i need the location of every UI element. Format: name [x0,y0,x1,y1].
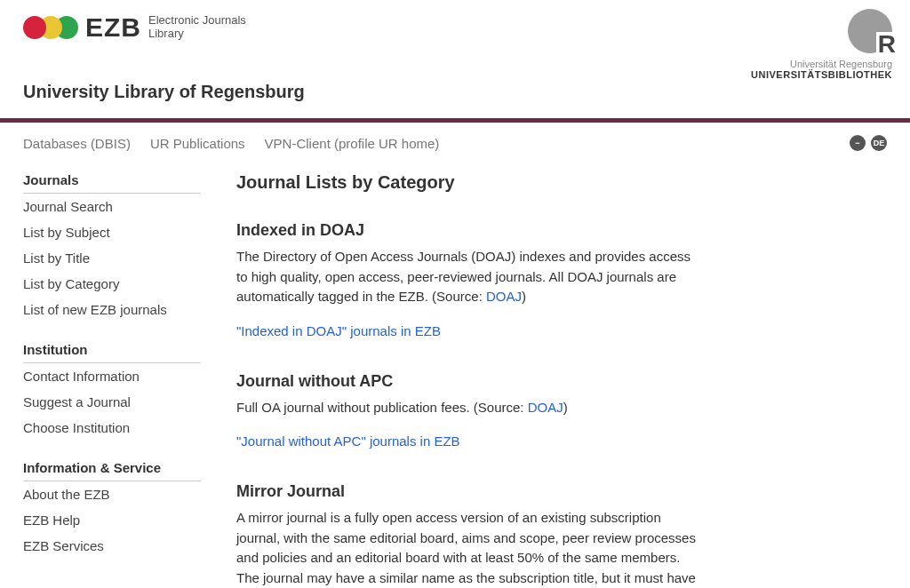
section-doaj-body-after: ) [522,289,526,304]
status-red-icon [23,16,46,39]
section-doaj: Indexed in DOAJ The Directory of Open Ac… [236,221,698,338]
ezb-sub-line1: Electronic Journals [148,14,246,28]
contrast-icon[interactable]: − [850,135,866,151]
top-nav: Databases (DBIS) UR Publications VPN-Cli… [0,123,910,163]
ezb-sub-line2: Library [148,28,246,41]
topnav-databases[interactable]: Databases (DBIS) [23,136,131,151]
sidebar-item-list-by-category[interactable]: List by Category [23,276,119,291]
section-doaj-source-link[interactable]: DOAJ [486,289,522,304]
sidebar-item-list-by-title[interactable]: List by Title [23,250,90,266]
section-apc-body-before: Full OA journal without publication fees… [236,400,528,415]
section-apc-source-link[interactable]: DOAJ [528,400,563,415]
section-apc-action-link[interactable]: "Journal without APC" journals in EZB [236,433,460,449]
topnav-right-icons: − DE [850,135,887,151]
traffic-light-logo [23,16,71,39]
ezb-logo-subtitle: Electronic Journals Library [148,14,246,41]
header: EZB Electronic Journals Library R Univer… [0,0,910,118]
body-wrap: Journals Journal Search List by Subject … [0,163,910,588]
sidebar-heading-journals: Journals [23,172,201,194]
main-content: Journal Lists by Category Indexed in DOA… [236,172,698,588]
sidebar-item-new-journals[interactable]: List of new EZB journals [23,302,167,317]
sidebar-group-journals: Journals Journal Search List by Subject … [23,172,201,322]
topnav-vpn-client[interactable]: VPN-Client (profile UR home) [265,136,440,151]
section-doaj-body: The Directory of Open Access Journals (D… [236,247,698,307]
sidebar-item-choose-institution[interactable]: Choose Institution [23,420,130,435]
section-apc-body: Full OA journal without publication fees… [236,398,698,418]
ur-letter: R [876,32,898,57]
sidebar-item-journal-search[interactable]: Journal Search [23,199,113,214]
ur-tagline-1: Universität Regensburg [751,59,892,69]
section-mirror: Mirror Journal A mirror journal is a ful… [236,482,698,588]
sidebar-item-suggest-journal[interactable]: Suggest a Journal [23,394,131,409]
section-doaj-title: Indexed in DOAJ [236,221,698,240]
section-mirror-body: A mirror journal is a fully open access … [236,508,698,588]
sidebar-group-institution: Institution Contact Information Suggest … [23,342,201,441]
section-apc: Journal without APC Full OA journal with… [236,372,698,449]
section-apc-body-after: ) [563,400,568,415]
section-mirror-title: Mirror Journal [236,482,698,501]
sidebar-item-list-by-subject[interactable]: List by Subject [23,225,110,240]
language-switch-button[interactable]: DE [871,135,887,151]
ur-logo: R Universität Regensburg UNIVERSITÄTSBIB… [751,9,892,80]
page-subtitle: University Library of Regensburg [23,82,887,102]
page-title: Journal Lists by Category [236,172,698,193]
sidebar-item-about-ezb[interactable]: About the EZB [23,487,110,502]
sidebar-heading-info-service: Information & Service [23,460,201,481]
sidebar: Journals Journal Search List by Subject … [23,172,201,588]
sidebar-heading-institution: Institution [23,342,201,363]
section-mirror-body-before: A mirror journal is a fully open access … [236,510,696,588]
section-doaj-body-before: The Directory of Open Access Journals (D… [236,249,690,304]
topnav-ur-publications[interactable]: UR Publications [150,136,245,151]
sidebar-item-ezb-help[interactable]: EZB Help [23,513,80,528]
ur-circle-icon: R [848,9,892,53]
sidebar-item-ezb-services[interactable]: EZB Services [23,538,104,553]
section-apc-title: Journal without APC [236,372,698,391]
ur-tagline-2: UNIVERSITÄTSBIBLIOTHEK [751,69,892,80]
sidebar-group-info-service: Information & Service About the EZB EZB … [23,460,201,559]
sidebar-item-contact[interactable]: Contact Information [23,369,140,384]
section-doaj-action-link[interactable]: "Indexed in DOAJ" journals in EZB [236,323,441,338]
ezb-logo-text: EZB [85,12,141,43]
